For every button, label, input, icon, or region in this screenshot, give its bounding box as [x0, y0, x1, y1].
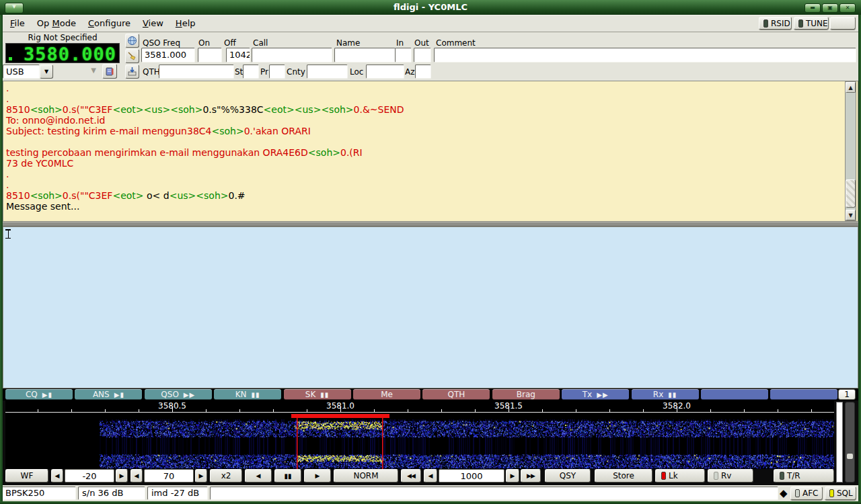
macro-set-button[interactable]: 1	[838, 389, 856, 400]
carrier-inc-button[interactable]: ▶	[506, 469, 519, 482]
macro-button-cq[interactable]: CQ▶▮	[5, 389, 73, 400]
txrx-toggle[interactable]: T/R	[774, 469, 834, 482]
qth-field[interactable]	[159, 65, 234, 79]
frequency-value: 3580.000	[24, 44, 116, 65]
macro-button-brag[interactable]: Brag	[492, 389, 560, 400]
wf-speed-button[interactable]: NORM	[334, 469, 398, 482]
reverse-toggle[interactable]: Rv	[708, 469, 753, 482]
lock-toggle[interactable]: Lk	[655, 469, 705, 482]
menu-view[interactable]: View	[137, 15, 170, 32]
store-button[interactable]: Store	[595, 469, 652, 482]
macro-button-tx[interactable]: Tx▶▶	[562, 389, 629, 400]
qrz-lookup-button[interactable]	[125, 34, 139, 48]
info-status	[210, 487, 778, 500]
wf-upper-inc-button[interactable]: ▶	[195, 469, 207, 482]
frequency-display[interactable]: 3580.000	[5, 43, 120, 63]
tx-indicator-icon: ◆	[780, 487, 788, 499]
wf-scale-tick	[609, 409, 610, 412]
macro-bar: 1 CQ▶▮ANS▶▮QSO▶▶KN▮▮SK▮▮MeQTHBragTx▶▶Rx▮…	[0, 388, 861, 401]
mode-dropdown-icon[interactable]: ▼	[40, 65, 53, 79]
wf-pause-button[interactable]: ▮▮	[274, 469, 301, 482]
mode-select[interactable]: USB	[3, 65, 40, 79]
wf-scale-tick	[307, 409, 307, 412]
rsid-toggle[interactable]: RSID	[759, 17, 792, 30]
azimuth-field[interactable]	[415, 65, 431, 79]
afc-toggle[interactable]: AFC	[790, 487, 823, 500]
time-off-field[interactable]: 1042	[226, 48, 250, 62]
rx-text-pane[interactable]: ..8510<soh>0.s(""C3EF<eot><us><soh>0.s"%…	[3, 81, 858, 222]
sql-toggle[interactable]: SQL	[825, 487, 856, 500]
time-on-field[interactable]	[198, 48, 222, 62]
wf-scroll-left-button[interactable]: ◀	[245, 469, 272, 482]
macro-button-blank-11[interactable]	[701, 389, 768, 400]
macro-button-kn[interactable]: KN▮▮	[214, 389, 281, 400]
scroll-up-icon[interactable]: ▲	[846, 82, 856, 93]
menu-configure[interactable]: Configure	[82, 15, 137, 32]
wf-upper-dec-button[interactable]: ◀	[130, 469, 143, 482]
broom-icon	[127, 51, 137, 61]
province-label: Pr	[260, 67, 268, 77]
pane-divider[interactable]	[3, 222, 858, 226]
wf-lower-inc-button[interactable]: ▶	[116, 469, 128, 482]
logbook-button[interactable]	[102, 64, 117, 79]
qso-freq-field[interactable]: 3581.000	[141, 48, 195, 62]
qsy-button[interactable]: QSY	[545, 469, 591, 482]
wf-scale-tick	[677, 407, 677, 412]
locator-field[interactable]	[366, 65, 404, 79]
macro-button-rx[interactable]: Rx▮▮	[632, 389, 699, 400]
macro-button-qth[interactable]: QTH	[422, 389, 490, 400]
state-field[interactable]	[243, 65, 259, 79]
carrier-dec2-button[interactable]: ◀◀	[401, 469, 421, 482]
scroll-down-icon[interactable]: ▼	[846, 210, 856, 220]
call-field[interactable]	[252, 48, 332, 62]
macro-button-me[interactable]: Me	[353, 389, 420, 400]
rst-in-label: In	[396, 38, 404, 48]
minimize-button[interactable]: ▬	[804, 3, 821, 13]
waterfall-widget: 3580.53581.03581.53582.0 WF ◀ -20 ▶ ◀ 70…	[3, 401, 858, 485]
wf-lower-field[interactable]: -20	[65, 469, 114, 482]
waterfall-canvas[interactable]	[5, 413, 834, 469]
carrier-inc2-button[interactable]: ▶▶	[521, 469, 541, 482]
province-field[interactable]	[269, 65, 285, 79]
macro-button-blank-12[interactable]	[770, 389, 837, 400]
close-button[interactable]: ✕	[839, 3, 856, 13]
wf-squelch-slider[interactable]	[845, 402, 855, 482]
macro-button-ans[interactable]: ANS▶▮	[75, 389, 142, 400]
frequency-indicator-icon	[9, 57, 12, 60]
rst-in-field[interactable]	[395, 48, 412, 62]
tune-toggle[interactable]: TUNE	[794, 17, 829, 30]
save-log-button[interactable]	[125, 65, 139, 79]
macro-button-sk[interactable]: SK▮▮	[284, 389, 351, 400]
country-field[interactable]	[307, 65, 348, 79]
wf-scale-tick	[38, 409, 38, 412]
comment-field[interactable]	[434, 48, 856, 62]
name-field[interactable]	[334, 48, 396, 62]
menu-file[interactable]: File	[4, 15, 31, 32]
wf-upper-field[interactable]: 70	[144, 469, 194, 482]
wf-side-slider-track[interactable]	[836, 402, 843, 482]
macro-button-qso[interactable]: QSO▶▶	[145, 389, 212, 400]
mode-status[interactable]: BPSK250	[1, 487, 76, 500]
wf-lower-dec-button[interactable]: ◀	[51, 469, 63, 482]
wf-squelch-thumb[interactable]	[847, 454, 853, 459]
menu-help[interactable]: Help	[170, 15, 202, 32]
wf-mode-button[interactable]: WF	[5, 469, 48, 482]
rst-out-field[interactable]	[414, 48, 431, 62]
carrier-dec-button[interactable]: ◀	[424, 469, 437, 482]
spare-button[interactable]	[830, 17, 856, 30]
tx-text-pane[interactable]	[3, 226, 858, 388]
scrollbar-thumb[interactable]	[846, 179, 856, 208]
clear-log-button[interactable]	[125, 49, 139, 63]
menu-items: FileOp ModeConfigureViewHelp	[4, 15, 202, 32]
wf-scale-tick	[172, 407, 173, 412]
wf-scroll-right-button[interactable]: ▶	[304, 469, 331, 482]
rx-scrollbar[interactable]: ▲ ▼	[845, 81, 856, 221]
time-on-label: On	[198, 38, 210, 48]
maximize-button[interactable]: ▣	[822, 3, 838, 13]
wf-zoom-button[interactable]: x2	[210, 469, 242, 482]
carrier-field[interactable]: 1000	[439, 469, 504, 482]
wf-scale-tick	[340, 407, 341, 412]
wf-scale-tick	[408, 409, 408, 412]
tune-led-icon	[798, 19, 803, 28]
menu-op-mode[interactable]: Op Mode	[31, 15, 82, 32]
